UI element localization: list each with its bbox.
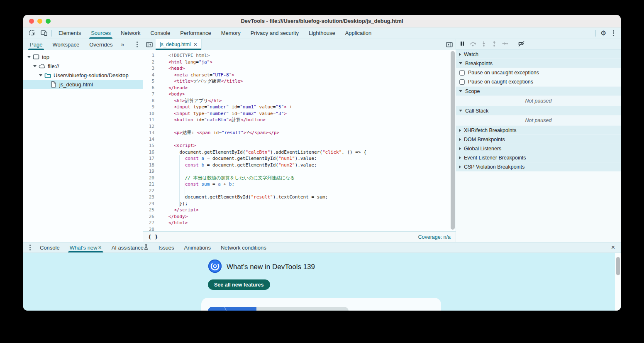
code-line[interactable]: 1<!DOCTYPE html> xyxy=(143,52,456,59)
line-number[interactable]: 3 xyxy=(143,65,159,72)
drawer-tab-what-s-new[interactable]: What's new× xyxy=(65,243,107,252)
tab-sources[interactable]: Sources xyxy=(86,27,116,39)
more-menu-icon[interactable] xyxy=(609,27,617,39)
code-line[interactable]: 2<html lang="ja"> xyxy=(143,59,456,66)
step-into-icon[interactable] xyxy=(481,41,487,48)
line-number[interactable]: 11 xyxy=(143,117,159,123)
tab-privacy-and-security[interactable]: Privacy and security xyxy=(246,27,304,39)
drawer-tab-console[interactable]: Console xyxy=(35,243,65,252)
step-over-icon[interactable] xyxy=(470,41,476,48)
code-line[interactable]: 9 <input type="number" id="num1" value="… xyxy=(143,104,456,110)
code-line[interactable]: 14 xyxy=(143,136,456,143)
tree-item-top[interactable]: top xyxy=(23,52,143,61)
section-header-csp-violation-breakpoints[interactable]: CSP Violation Breakpoints xyxy=(456,162,621,172)
tree-expander[interactable] xyxy=(26,56,32,58)
code-line[interactable]: 19 xyxy=(143,168,456,175)
tab-network[interactable]: Network xyxy=(116,27,146,39)
close-tab-icon[interactable]: × xyxy=(194,41,197,48)
drawer-tab-network-conditions[interactable]: Network conditions xyxy=(216,243,271,252)
code-line[interactable]: 16 document.getElementById("calcBtn").ad… xyxy=(143,149,456,156)
navigator-menu-icon[interactable] xyxy=(133,42,141,47)
device-toolbar-icon[interactable] xyxy=(38,27,50,39)
drawer-tab-issues[interactable]: Issues xyxy=(154,243,179,252)
editor-scrollbar[interactable] xyxy=(451,51,455,230)
line-number[interactable]: 24 xyxy=(143,201,159,207)
line-number[interactable]: 19 xyxy=(143,168,159,175)
tree-item-js-debug-html[interactable]: js_debug.html xyxy=(23,80,143,89)
navigator-tab-workspace[interactable]: Workspace xyxy=(47,39,84,50)
code-line[interactable]: 10 <input type="number" id="num2" value=… xyxy=(143,110,456,117)
line-number[interactable]: 5 xyxy=(143,78,159,85)
zoom-window-button[interactable] xyxy=(46,19,51,24)
close-window-button[interactable] xyxy=(29,19,34,24)
more-tabs-chevron[interactable]: » xyxy=(118,39,128,50)
line-number[interactable]: 25 xyxy=(143,207,159,213)
code-line[interactable]: 12 xyxy=(143,123,456,130)
line-number[interactable]: 18 xyxy=(143,162,159,169)
line-number[interactable]: 10 xyxy=(143,110,159,117)
tree-item-file[interactable]: file:// xyxy=(23,61,143,71)
see-all-new-features-button[interactable]: See all new features xyxy=(208,279,270,290)
tab-elements[interactable]: Elements xyxy=(54,27,86,39)
settings-gear-icon[interactable]: ⚙ xyxy=(598,27,609,39)
line-number[interactable]: 1 xyxy=(143,52,159,59)
code-line[interactable]: 11 <button id="calcBtn">計算</button> xyxy=(143,117,456,123)
code-line[interactable]: 15 <script> xyxy=(143,142,456,149)
code-line[interactable]: 25 </script> xyxy=(143,207,456,213)
line-number[interactable]: 16 xyxy=(143,149,159,156)
code-line[interactable]: 18 const b = document.getElementById("nu… xyxy=(143,162,456,169)
line-number[interactable]: 21 xyxy=(143,181,159,188)
tab-memory[interactable]: Memory xyxy=(216,27,246,39)
navigator-tab-page[interactable]: Page xyxy=(25,39,47,50)
line-number[interactable]: 15 xyxy=(143,142,159,149)
line-number[interactable]: 14 xyxy=(143,136,159,143)
code-line[interactable]: 28 xyxy=(143,226,456,232)
code-line[interactable]: 24 }); xyxy=(143,201,456,207)
pause-icon[interactable] xyxy=(459,41,465,48)
line-number[interactable]: 22 xyxy=(143,188,159,194)
navigator-tab-overrides[interactable]: Overrides xyxy=(84,39,117,50)
tab-console[interactable]: Console xyxy=(146,27,176,39)
code-line[interactable]: 21 const sum = a + b; xyxy=(143,181,456,188)
drawer-tab-animations[interactable]: Animations xyxy=(179,243,216,252)
code-line[interactable]: 22 xyxy=(143,188,456,194)
editor-tab-js-debug[interactable]: js_debug.html × xyxy=(156,39,202,50)
section-header-xhr-fetch-breakpoints[interactable]: XHR/fetch Breakpoints xyxy=(456,126,621,135)
line-number[interactable]: 27 xyxy=(143,220,159,226)
code-editor[interactable]: 1<!DOCTYPE html>2<html lang="ja">3<head>… xyxy=(143,50,456,231)
code-line[interactable]: 26</body> xyxy=(143,213,456,220)
code-line[interactable]: 8 <h1>計算アプリ</h1> xyxy=(143,98,456,104)
line-number[interactable]: 6 xyxy=(143,85,159,91)
tree-item-users-bluefog-solution-desktop[interactable]: Users/bluefog-solution/Desktop xyxy=(23,71,143,80)
line-number[interactable]: 26 xyxy=(143,213,159,220)
section-header-watch[interactable]: Watch xyxy=(456,50,621,59)
line-number[interactable]: 17 xyxy=(143,155,159,162)
code-line[interactable]: 27</html> xyxy=(143,220,456,226)
line-number[interactable]: 12 xyxy=(143,123,159,130)
line-number[interactable]: 8 xyxy=(143,98,159,104)
line-number[interactable]: 2 xyxy=(143,59,159,66)
section-header-call-stack[interactable]: Call Stack xyxy=(456,106,621,115)
hide-navigator-icon[interactable] xyxy=(143,39,156,50)
line-number[interactable]: 13 xyxy=(143,130,159,136)
code-line[interactable]: 6</head> xyxy=(143,85,456,91)
line-number[interactable]: 20 xyxy=(143,175,159,181)
tree-expander[interactable] xyxy=(37,74,44,76)
step-icon[interactable] xyxy=(502,41,508,48)
close-tab-icon[interactable]: × xyxy=(98,244,102,251)
drawer-menu-icon[interactable] xyxy=(26,245,34,250)
drawer-scrollbar-track[interactable] xyxy=(615,253,621,311)
step-out-icon[interactable] xyxy=(491,41,497,48)
deactivate-breakpoints-icon[interactable] xyxy=(518,41,525,48)
inspect-icon[interactable] xyxy=(27,27,38,39)
section-header-scope[interactable]: Scope xyxy=(456,87,621,96)
section-header-global-listeners[interactable]: Global Listeners xyxy=(456,144,621,153)
code-line[interactable]: 23 document.getElementById("result").tex… xyxy=(143,194,456,201)
section-header-event-listener-breakpoints[interactable]: Event Listener Breakpoints xyxy=(456,153,621,162)
line-number[interactable]: 4 xyxy=(143,72,159,78)
code-line[interactable]: 20 // 本当は数値の加算をしたいのに文字列連結になる xyxy=(143,175,456,181)
section-header-breakpoints[interactable]: Breakpoints xyxy=(456,59,621,68)
code-line[interactable]: 4 <meta charset="UTF-8"> xyxy=(143,72,456,78)
drawer-tab-ai-assistance[interactable]: AI assistance xyxy=(107,243,154,252)
code-line[interactable]: 5 <title>デバッグ練習</title> xyxy=(143,78,456,85)
